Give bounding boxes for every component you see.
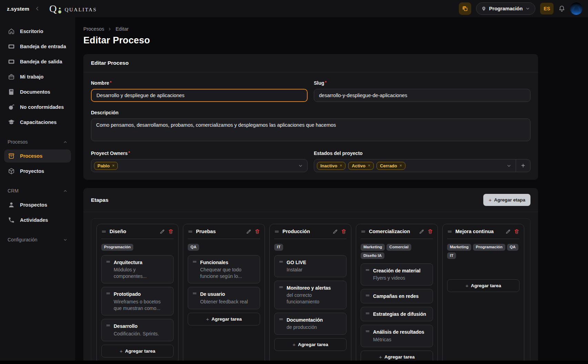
edit-stage-button[interactable]	[246, 229, 251, 234]
remove-tag-icon[interactable]: ×	[340, 164, 342, 168]
stage-tag: Comercial	[386, 244, 411, 251]
drag-handle-icon[interactable]	[365, 268, 370, 281]
add-task-button[interactable]: + Agregar tarea	[274, 338, 347, 351]
sidebar-section-label: Configuración	[8, 237, 37, 242]
task-subtitle: Flyers y videos	[373, 275, 429, 281]
drag-handle-icon[interactable]	[188, 229, 193, 234]
task-card[interactable]: Desarrollo Codificación. Sprints.	[101, 319, 174, 341]
task-card[interactable]: Campañas en redes	[361, 289, 433, 303]
drag-handle-icon[interactable]	[447, 229, 452, 234]
remove-tag-icon[interactable]: ×	[368, 164, 370, 168]
drag-handle-icon[interactable]	[274, 229, 279, 234]
notifications-button[interactable]	[558, 5, 565, 12]
drag-handle-icon[interactable]	[101, 229, 106, 234]
breadcrumb-parent[interactable]: Procesos	[83, 26, 104, 32]
drag-handle-icon[interactable]	[192, 291, 197, 305]
add-task-label: Agregar tarea	[212, 316, 242, 322]
topbar-actions: Programación ES	[459, 2, 582, 15]
delete-stage-button[interactable]	[255, 229, 260, 234]
plus-icon: +	[488, 197, 492, 203]
nombre-input[interactable]	[91, 89, 308, 102]
sidebar-section-procesos[interactable]: Procesos	[4, 136, 71, 147]
estado-tag: Cerrado ×	[376, 162, 405, 170]
stage-column-mejora-continua: Mejora continua Marketing Programación Q…	[442, 224, 524, 361]
sidebar-item-prospectos[interactable]: Prospectos	[4, 198, 71, 211]
task-title: Campañas en redes	[373, 293, 419, 299]
empty-task-dropzone	[447, 263, 519, 279]
sidebar-item-label: Procesos	[20, 153, 42, 159]
app-brand: z.system	[7, 6, 29, 12]
language-badge[interactable]: ES	[540, 3, 554, 14]
sidebar-item-label: Actividades	[20, 217, 48, 223]
edit-stage-button[interactable]	[332, 229, 338, 234]
sidebar-item-mi-trabajo[interactable]: Mi trabajo	[4, 70, 71, 83]
drag-handle-icon[interactable]	[106, 323, 111, 337]
task-card[interactable]: Estrategias de difusión	[361, 307, 433, 321]
task-card[interactable]: Análisis de resultados Métricas	[361, 325, 433, 347]
remove-tag-icon[interactable]: ×	[112, 164, 114, 168]
etapas-card: Etapas + Agregar etapa Diseño	[83, 188, 538, 361]
sidebar-item-no-conformidades[interactable]: No conformidades	[4, 101, 71, 114]
task-card[interactable]: Arquitectura Módulos y componentes...	[101, 255, 174, 284]
user-avatar[interactable]	[570, 2, 582, 15]
sidebar-collapse-button[interactable]	[34, 6, 40, 12]
add-task-button[interactable]: + Agregar tarea	[447, 279, 519, 292]
descripcion-textarea[interactable]: Como pensamos, desarrollamos, probamos, …	[91, 118, 530, 141]
sidebar-item-escritorio[interactable]: Escritorio	[4, 25, 71, 38]
drag-handle-icon[interactable]	[279, 317, 283, 331]
drag-handle-icon[interactable]	[279, 285, 283, 305]
delete-stage-button[interactable]	[427, 229, 433, 234]
edit-stage-button[interactable]	[505, 229, 511, 234]
copy-button[interactable]	[459, 2, 471, 15]
task-card[interactable]: Prototipado Wireframes o bocetos que mue…	[101, 287, 174, 315]
estados-select[interactable]: Inactivo × Activo × Cerrado	[314, 159, 530, 172]
delete-stage-button[interactable]	[341, 229, 347, 234]
page-title: Editar Proceso	[83, 35, 538, 46]
drag-handle-icon[interactable]	[192, 259, 197, 280]
stage-title: Producción	[282, 229, 329, 234]
drag-handle-icon[interactable]	[365, 311, 370, 317]
plus-icon: +	[379, 354, 382, 360]
drag-handle-icon[interactable]	[365, 293, 370, 299]
drag-handle-icon[interactable]	[361, 229, 366, 234]
task-subtitle: Módulos y componentes...	[114, 267, 169, 280]
add-estado-button[interactable]: +	[516, 159, 530, 172]
sidebar-item-procesos[interactable]: Procesos	[4, 149, 71, 163]
add-task-button[interactable]: + Agregar tarea	[188, 313, 260, 325]
drag-handle-icon[interactable]	[106, 259, 111, 280]
task-card[interactable]: Creación de material Flyers y videos	[361, 263, 433, 285]
add-task-button[interactable]: + Agregar tarea	[361, 351, 433, 361]
sidebar-item-bandeja-entrada[interactable]: Bandeja de entrada	[4, 40, 71, 53]
remove-tag-icon[interactable]: ×	[400, 164, 402, 168]
task-card[interactable]: GO LIVE Instalar	[274, 255, 347, 277]
add-task-button[interactable]: + Agregar tarea	[101, 345, 174, 357]
sidebar-section-crm[interactable]: CRM	[4, 185, 71, 196]
task-card[interactable]: Funcionales Chequear que todo funcione s…	[188, 255, 260, 284]
sidebar-item-documentos[interactable]: Documentos	[4, 85, 71, 98]
slug-input[interactable]	[314, 89, 530, 102]
delete-stage-button[interactable]	[514, 229, 519, 234]
delete-stage-button[interactable]	[168, 229, 174, 234]
add-stage-button[interactable]: + Agregar etapa	[483, 194, 530, 206]
person-icon	[8, 201, 15, 208]
workspace-selector[interactable]: Programación	[476, 2, 536, 15]
sidebar-item-capacitaciones[interactable]: Capacitaciones	[4, 116, 71, 129]
edit-stage-button[interactable]	[419, 229, 424, 234]
chevron-down-icon	[525, 6, 530, 11]
task-title: De usuario	[200, 291, 225, 297]
proyect-owners-select[interactable]: Pablo ×	[91, 159, 308, 172]
drag-handle-icon[interactable]	[279, 259, 283, 273]
sidebar-item-actividades[interactable]: Actividades	[4, 214, 71, 227]
task-card[interactable]: Monitoreo y alertas del correcto funcion…	[274, 281, 347, 309]
sidebar-section-configuracion[interactable]: Configuración	[4, 234, 71, 245]
edit-stage-button[interactable]	[159, 229, 165, 234]
sidebar-item-proyectos[interactable]: Proyectos	[4, 165, 71, 178]
task-card[interactable]: Documentación de producción	[274, 313, 347, 335]
edit-process-card-title: Editar Proceso	[91, 60, 128, 66]
drag-handle-icon[interactable]	[365, 329, 370, 343]
drag-handle-icon[interactable]	[106, 291, 111, 311]
sidebar-item-bandeja-salida[interactable]: Bandeja de salida	[4, 55, 71, 68]
owner-tag: Pablo ×	[94, 162, 118, 170]
task-card[interactable]: De usuario Obtener feedback real	[188, 287, 260, 309]
estado-tag-label: Cerrado	[380, 164, 397, 168]
